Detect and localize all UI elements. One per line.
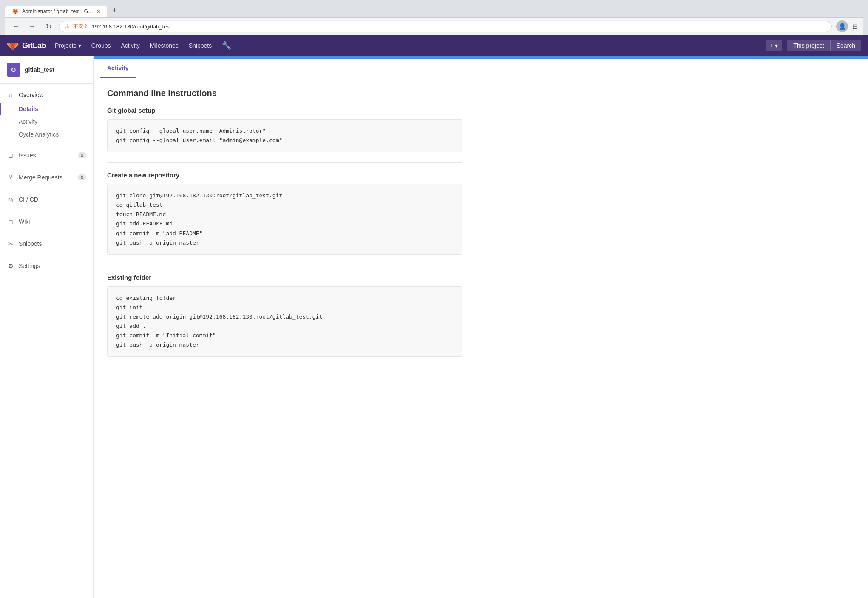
nav-right: + ▾ This project Search	[766, 40, 861, 51]
sidebar-item-settings[interactable]: ⚙ Settings	[0, 258, 93, 273]
new-tab-button[interactable]: +	[108, 3, 121, 17]
new-repo-code-block: git clone git@192.168.182.130:root/gitla…	[107, 184, 462, 255]
tab-favicon: 🦊	[12, 8, 19, 15]
nav-links: Projects ▾ Groups Activity Milestones Sn…	[55, 41, 231, 50]
security-warning-icon: ⚠	[65, 23, 70, 29]
browser-tab-active[interactable]: 🦊 Administrator / gitlab_test · GitLa...…	[5, 6, 107, 17]
browser-toolbar: ← → ↻ ⚠ 不安全 192.168.182.130/root/gitlab_…	[5, 17, 863, 35]
project-avatar: G	[7, 63, 20, 77]
merge-requests-badge: 0	[78, 174, 86, 180]
issues-icon: ◻	[7, 151, 14, 159]
main-layout: G gitlab_test ⌂ Overview Details Activit…	[0, 56, 868, 598]
existing-folder-code-block: cd existing_folder git init git remote a…	[107, 286, 462, 357]
wiki-icon: ◻	[7, 218, 14, 225]
project-search-group: This project Search	[787, 40, 861, 51]
nav-snippets[interactable]: Snippets	[189, 42, 212, 49]
sidebar: G gitlab_test ⌂ Overview Details Activit…	[0, 56, 94, 598]
gitlab-logo-icon	[7, 40, 19, 51]
sidebar-subitem-details[interactable]: Details	[0, 103, 93, 115]
settings-icon: ⚙	[7, 262, 14, 270]
existing-folder-code[interactable]: cd existing_folder git init git remote a…	[116, 293, 454, 350]
merge-icon: ⑂	[7, 174, 14, 181]
sidebar-issues-section: ◻ Issues 0	[0, 144, 93, 166]
search-button[interactable]: Search	[830, 40, 861, 51]
address-bar[interactable]: ⚠ 不安全 192.168.182.130/root/gitlab_test	[59, 21, 832, 32]
tab-activity[interactable]: Activity	[100, 59, 136, 78]
gitlab-wordmark: GitLab	[22, 41, 46, 50]
git-global-title: Git global setup	[107, 107, 462, 114]
url-text: 192.168.182.130/root/gitlab_test	[92, 23, 171, 30]
section-divider-2	[107, 265, 462, 265]
nav-plus-button[interactable]: + ▾	[766, 40, 782, 51]
sidebar-subitem-cycle-analytics[interactable]: Cycle Analytics	[0, 128, 93, 141]
issues-badge: 0	[78, 152, 86, 158]
sidebar-ci-section: ◎ CI / CD	[0, 188, 93, 211]
git-global-code-block: git config --global user.name "Administr…	[107, 119, 462, 152]
sidebar-merge-section: ⑂ Merge Requests 0	[0, 166, 93, 188]
sidebar-overview-section: ⌂ Overview Details Activity Cycle Analyt…	[0, 84, 93, 144]
sidebar-item-wiki[interactable]: ◻ Wiki	[0, 214, 93, 229]
gitlab-navbar: GitLab Projects ▾ Groups Activity Milest…	[0, 35, 868, 56]
sidebar-item-overview[interactable]: ⌂ Overview	[0, 87, 93, 103]
tab-close-button[interactable]: ×	[97, 8, 100, 15]
this-project-button[interactable]: This project	[787, 40, 830, 51]
chevron-down-icon-plus: ▾	[775, 42, 778, 49]
sidebar-subitem-activity[interactable]: Activity	[0, 115, 93, 128]
content-area: Activity Command line instructions Git g…	[94, 56, 868, 598]
wrench-icon[interactable]: 🔧	[222, 41, 231, 50]
sidebar-item-ci-cd[interactable]: ◎ CI / CD	[0, 192, 93, 207]
chevron-down-icon: ▾	[78, 42, 81, 49]
refresh-button[interactable]: ↻	[43, 20, 54, 32]
browser-chrome: 🦊 Administrator / gitlab_test · GitLa...…	[0, 0, 868, 35]
nav-milestones[interactable]: Milestones	[150, 42, 179, 49]
snippets-icon: ✂	[7, 240, 14, 248]
new-repo-title: Create a new repository	[107, 171, 462, 179]
nav-groups[interactable]: Groups	[91, 42, 111, 49]
page-content: Command line instructions Git global set…	[94, 78, 476, 377]
browser-tabs: 🦊 Administrator / gitlab_test · GitLa...…	[5, 3, 863, 17]
gitlab-logo[interactable]: GitLab	[7, 40, 46, 51]
sidebar-project-header: G gitlab_test	[0, 56, 93, 84]
sidebar-toggle-icon[interactable]: ⊟	[852, 23, 858, 31]
sidebar-item-merge-requests[interactable]: ⑂ Merge Requests 0	[0, 170, 93, 185]
new-repo-code[interactable]: git clone git@192.168.182.130:root/gitla…	[116, 191, 454, 248]
git-global-code[interactable]: git config --global user.name "Administr…	[116, 126, 454, 145]
user-profile-icon[interactable]: 👤	[836, 20, 848, 32]
page-main-title: Command line instructions	[107, 88, 462, 98]
sidebar-snippets-section: ✂ Snippets	[0, 233, 93, 255]
sidebar-wiki-section: ◻ Wiki	[0, 211, 93, 233]
home-icon: ⌂	[7, 91, 14, 99]
sidebar-settings-section: ⚙ Settings	[0, 255, 93, 277]
back-button[interactable]: ←	[10, 20, 22, 32]
forward-button[interactable]: →	[26, 20, 38, 32]
nav-projects[interactable]: Projects ▾	[55, 42, 81, 49]
project-tabs: Activity	[94, 59, 868, 78]
section-divider-1	[107, 162, 462, 163]
sidebar-item-issues[interactable]: ◻ Issues 0	[0, 148, 93, 163]
sidebar-item-snippets[interactable]: ✂ Snippets	[0, 236, 93, 251]
project-name: gitlab_test	[25, 66, 54, 73]
existing-folder-title: Existing folder	[107, 274, 462, 281]
tab-title: Administrator / gitlab_test · GitLa...	[22, 9, 94, 14]
ci-icon: ◎	[7, 196, 14, 203]
nav-activity[interactable]: Activity	[121, 42, 140, 49]
insecure-label: 不安全	[73, 23, 88, 30]
